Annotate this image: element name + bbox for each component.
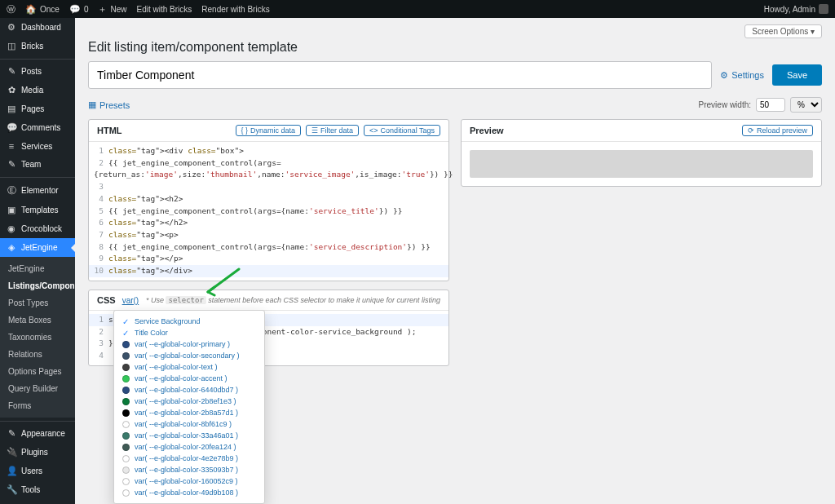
template-name-input[interactable] — [88, 61, 712, 89]
menu-icon: 🔧 — [7, 484, 16, 495]
menu-icon: ◫ — [7, 41, 16, 51]
sidebar-item-label: Pages — [21, 104, 44, 113]
autocomplete-label: var( --e-global-color-335093b7 ) — [135, 466, 238, 474]
filter-data-button[interactable]: ☰Filter data — [306, 125, 359, 136]
autocomplete-item[interactable]: var( --e-global-color-4e2e78b9 ) — [114, 453, 264, 464]
menu-icon: 🔌 — [7, 447, 16, 458]
screen-options-toggle[interactable]: Screen Options ▾ — [744, 24, 822, 38]
sidebar-item-plugins[interactable]: 🔌Plugins — [0, 443, 75, 462]
autocomplete-item[interactable]: var( --e-global-color-text ) — [114, 361, 264, 373]
color-swatch — [122, 489, 130, 497]
autocomplete-item[interactable]: var( --e-global-color-primary ) — [114, 338, 264, 350]
howdy-user[interactable]: Howdy, Admin — [764, 4, 828, 14]
sidebar-item-services[interactable]: ≡Services — [0, 137, 75, 155]
dynamic-data-button[interactable]: { }Dynamic data — [236, 125, 302, 136]
sidebar-sub-post-types[interactable]: Post Types — [0, 294, 75, 312]
autocomplete-label: var( --e-global-color-160052c9 ) — [135, 477, 238, 485]
autocomplete-item[interactable]: var( --e-global-color-accent ) — [114, 373, 264, 384]
sidebar-item-jetengine[interactable]: ◈JetEngine — [0, 238, 75, 257]
sidebar-item-appearance[interactable]: ✎Appearance — [0, 421, 75, 443]
sidebar-item-crocoblock[interactable]: ◉Crocoblock — [0, 219, 75, 238]
sidebar-item-label: Plugins — [21, 448, 48, 457]
autocomplete-label: var( --e-global-color-text ) — [135, 363, 218, 371]
autocomplete-item[interactable]: var( --e-global-color-160052c9 ) — [114, 475, 264, 487]
autocomplete-label: var( --e-global-color-primary ) — [135, 340, 230, 348]
html-panel-title: HTML — [97, 126, 122, 135]
autocomplete-item[interactable]: var( --e-global-color-335093b7 ) — [114, 464, 264, 475]
sidebar-item-templates[interactable]: ▣Templates — [0, 201, 75, 219]
html-panel: HTML { }Dynamic data ☰Filter data <>Cond… — [88, 119, 449, 281]
sidebar-sub-forms[interactable]: Forms — [0, 397, 75, 414]
menu-icon: ▣ — [7, 205, 16, 215]
sidebar-item-tools[interactable]: 🔧Tools — [0, 480, 75, 499]
color-swatch — [122, 466, 130, 474]
sidebar-item-posts[interactable]: ✎Posts — [0, 59, 75, 81]
sidebar-sub-taxonomies[interactable]: Taxonomies — [0, 329, 75, 346]
autocomplete-item[interactable]: var( --e-global-color-6440dbd7 ) — [114, 384, 264, 396]
autocomplete-label: var( --e-global-color-secondary ) — [135, 351, 240, 360]
sidebar-item-label: Users — [21, 466, 42, 475]
autocomplete-item[interactable]: var( --e-global-color-2b8ef1e3 ) — [114, 396, 264, 407]
sidebar-item-label: JetEngine — [21, 243, 57, 252]
sidebar-item-comments[interactable]: 💬Comments — [0, 118, 75, 137]
presets-link[interactable]: ▦Presets — [88, 99, 130, 110]
autocomplete-item[interactable]: var( --e-global-color-20fea124 ) — [114, 441, 264, 453]
admin-sidebar: ⚙Dashboard◫Bricks✎Posts✿Media▤Pages💬Comm… — [0, 18, 75, 504]
preview-width-unit[interactable]: % — [790, 97, 822, 113]
reload-preview-button[interactable]: ⟳Reload preview — [742, 125, 813, 136]
menu-icon: ✎ — [7, 66, 16, 77]
sidebar-sub-jetengine[interactable]: JetEngine — [0, 260, 75, 277]
autocomplete-label: var( --e-global-color-2b8ef1e3 ) — [135, 397, 236, 405]
save-button[interactable]: Save — [772, 64, 822, 86]
preview-panel: Preview ⟳Reload preview — [461, 119, 822, 187]
autocomplete-item[interactable]: var( --e-global-color-8bf61c9 ) — [114, 418, 264, 430]
wp-logo[interactable]: ⓦ — [7, 5, 15, 14]
color-swatch — [122, 421, 130, 428]
preview-width-control: Preview width: % — [699, 97, 822, 113]
autocomplete-label: Title Color — [135, 329, 168, 337]
sidebar-sub-meta-boxes[interactable]: Meta Boxes — [0, 312, 75, 329]
site-name[interactable]: 🏠Once — [25, 5, 60, 14]
sidebar-item-label: Appearance — [21, 429, 65, 438]
render-with-bricks[interactable]: Render with Bricks — [201, 5, 269, 14]
sidebar-item-team[interactable]: ✎Team — [0, 155, 75, 174]
autocomplete-item[interactable]: Service Background — [114, 316, 264, 327]
autocomplete-item[interactable]: var( --e-global-color-33a46a01 ) — [114, 430, 264, 441]
reload-icon: ⟳ — [748, 126, 754, 135]
sidebar-sub-relations[interactable]: Relations — [0, 346, 75, 363]
menu-icon: ✎ — [7, 159, 16, 170]
autocomplete-item[interactable]: Title Color — [114, 327, 264, 338]
sidebar-sub-query-builder[interactable]: Query Builder — [0, 380, 75, 397]
autocomplete-item[interactable]: var( --e-global-color-2b8a57d1 ) — [114, 407, 264, 418]
sidebar-sub-options-pages[interactable]: Options Pages — [0, 363, 75, 380]
comments-count[interactable]: 💬0 — [69, 5, 89, 14]
main-content: Screen Options ▾ Edit listing item/compo… — [75, 18, 835, 504]
sidebar-item-dashboard[interactable]: ⚙Dashboard — [0, 18, 75, 37]
sidebar-item-media[interactable]: ✿Media — [0, 81, 75, 99]
new-content[interactable]: ＋New — [98, 5, 126, 14]
sidebar-sub-listings-components[interactable]: Listings/Components — [0, 277, 75, 294]
page-title: Edit listing item/component template — [88, 40, 822, 55]
color-swatch — [122, 432, 130, 440]
autocomplete-item[interactable]: var( --e-global-color-49d9b108 ) — [114, 487, 264, 498]
sidebar-item-label: Services — [21, 142, 52, 151]
gear-icon: ⚙ — [720, 70, 728, 81]
html-editor[interactable]: 1class="tag"><div class="box">2{{ jet_en… — [89, 142, 448, 281]
autocomplete-label: var( --e-global-color-2b8a57d1 ) — [135, 409, 238, 417]
sidebar-item-pages[interactable]: ▤Pages — [0, 99, 75, 118]
edit-with-bricks[interactable]: Edit with Bricks — [136, 5, 192, 14]
sidebar-item-settings[interactable]: ⚙Settings — [0, 499, 75, 504]
sidebar-item-bricks[interactable]: ◫Bricks — [0, 37, 75, 55]
css-var-link[interactable]: var() — [122, 296, 139, 305]
sidebar-item-users[interactable]: 👤Users — [0, 462, 75, 480]
settings-link[interactable]: ⚙Settings — [720, 70, 764, 81]
sidebar-item-elementor[interactable]: ⒺElementor — [0, 177, 75, 201]
sidebar-item-label: Elementor — [21, 186, 59, 195]
preview-width-input[interactable] — [756, 98, 785, 112]
color-swatch — [122, 398, 130, 405]
conditional-tags-button[interactable]: <>Conditional Tags — [364, 125, 440, 136]
menu-icon: 👤 — [7, 466, 16, 476]
autocomplete-label: var( --e-global-color-33a46a01 ) — [135, 431, 238, 440]
autocomplete-item[interactable]: var( --e-global-color-secondary ) — [114, 350, 264, 361]
preview-width-label: Preview width: — [699, 100, 751, 109]
